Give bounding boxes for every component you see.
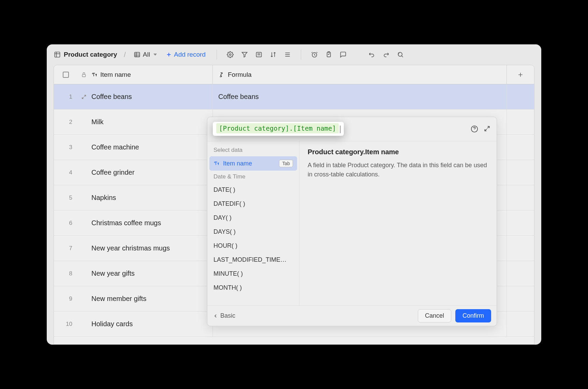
undo-button[interactable] [366,49,378,60]
cell-item-name[interactable]: Coffee grinder [90,160,213,185]
add-column-button[interactable] [507,65,534,84]
suggestion-list[interactable]: Select dataItem nameTabDate & TimeDATE( … [207,141,299,305]
cell-item-name[interactable]: New year christmas mugs [90,236,213,261]
svg-rect-3 [134,52,139,57]
cell-item-name[interactable]: New year gifts [90,261,213,286]
row-index: 10 [54,321,78,328]
view-selector[interactable]: All [131,49,160,60]
table-row[interactable]: 1Coffee beansCoffee beans [54,84,534,110]
popover-body: Select dataItem nameTabDate & TimeDATE( … [207,141,497,305]
reminder-button[interactable] [309,49,320,60]
suggestion-item-label: DATEDIF( ) [214,200,293,207]
group-button[interactable] [253,49,265,60]
add-record-button[interactable]: Add record [162,49,209,60]
expand-row-icon[interactable] [78,94,90,100]
cell-item-name[interactable]: Coffee beans [90,84,213,109]
table-title[interactable]: Product category [64,51,117,58]
suggestion-group-header: Select data [207,144,299,156]
suggestion-item[interactable]: LAST_MODIFIED_TIME… [207,253,299,267]
text-field-icon [214,160,220,167]
row-index: 8 [54,270,78,277]
table-icon [54,51,61,58]
row-index: 3 [54,144,78,151]
suggestion-item[interactable]: Item nameTab [209,156,297,171]
row-index: 6 [54,220,78,227]
grid-header: Item name Formula [54,65,534,84]
suggestion-item[interactable]: MONTH( ) [207,281,299,295]
back-label: Basic [220,312,235,319]
svg-point-9 [229,54,231,56]
formula-token: [Product category].[Item name] [216,123,339,133]
chevron-down-icon [153,54,157,56]
cell-item-name[interactable]: Holiday cards [90,312,213,336]
detail-description: A field in table Product category. The d… [308,161,488,179]
suggestion-item-label: Item name [223,160,276,167]
popover-footer: Basic Cancel Confirm [207,305,497,326]
suggestion-item-label: DAYS( ) [214,228,293,235]
suggestion-item[interactable]: MINUTE( ) [207,267,299,281]
toolbar-divider [217,49,217,60]
suggestion-item-label: DAY( ) [214,214,293,221]
row-index: 2 [54,119,78,126]
settings-button[interactable] [224,49,236,60]
help-icon[interactable] [471,125,478,133]
app-window: Product category / All Add record [47,44,541,345]
suggestion-item[interactable]: DAY( ) [207,211,299,225]
svg-rect-0 [55,52,60,57]
filter-button[interactable] [239,49,250,60]
suggestion-item[interactable]: DATE( ) [207,183,299,197]
cell-item-name[interactable]: Coffee machine [90,135,213,160]
suggestion-item-label: DATE( ) [214,186,293,193]
comment-button[interactable] [337,49,349,60]
cell-formula[interactable]: Coffee beans [213,84,507,109]
select-all-checkbox[interactable] [54,65,78,84]
cell-item-name[interactable]: New member gifts [90,286,213,311]
suggestion-item-label: MONTH( ) [214,284,293,291]
svg-marker-10 [242,52,247,57]
svg-line-20 [402,56,403,57]
confirm-button[interactable]: Confirm [455,309,491,322]
toolbar-divider [301,49,301,60]
lock-icon [78,65,90,84]
suggestion-item[interactable]: HOUR( ) [207,239,299,253]
formula-icon [218,72,224,78]
back-link[interactable]: Basic [213,312,235,319]
suggestion-group-header: Date & Time [207,171,299,183]
column-header-label: Item name [100,71,131,78]
formula-input-area[interactable]: [Product category].[Item name] [207,117,497,141]
cell-item-name[interactable]: Christmas coffee mugs [90,211,213,235]
cancel-button[interactable]: Cancel [418,309,451,322]
sort-button[interactable] [267,49,279,60]
grid-view-icon [133,51,141,58]
suggestion-item[interactable]: DATEDIF( ) [207,197,299,211]
add-record-label: Add record [174,51,206,58]
breadcrumb-separator: / [124,51,126,59]
suggestion-item-label: LAST_MODIFIED_TIME… [214,256,293,263]
row-index: 4 [54,169,78,176]
tab-hint: Tab [279,160,293,167]
cell-item-name[interactable]: Milk [90,110,213,134]
expand-icon[interactable] [484,125,490,133]
text-field-icon [91,72,98,78]
redo-button[interactable] [380,49,392,60]
row-height-button[interactable] [282,49,293,60]
suggestion-item-label: MINUTE( ) [214,270,293,277]
suggestion-item-label: HOUR( ) [214,242,293,249]
text-cursor [340,126,340,133]
column-header-label: Formula [228,71,252,78]
column-formula[interactable]: Formula [213,65,507,84]
formula-text-wrap: [Product category].[Item name] [213,122,344,136]
row-index: 7 [54,245,78,252]
column-item-name[interactable]: Item name [90,65,213,84]
search-button[interactable] [395,49,406,60]
row-index: 9 [54,296,78,302]
svg-rect-23 [82,74,85,77]
cell-item-name[interactable]: Napkins [90,185,213,210]
view-label: All [143,51,150,58]
suggestion-detail: Product category.Item name A field in ta… [299,141,497,305]
row-index: 5 [54,194,78,201]
toolbar: Product category / All Add record [47,44,541,65]
clipboard-button[interactable] [323,49,335,60]
suggestion-item[interactable]: DAYS( ) [207,225,299,239]
detail-title: Product category.Item name [308,148,488,156]
